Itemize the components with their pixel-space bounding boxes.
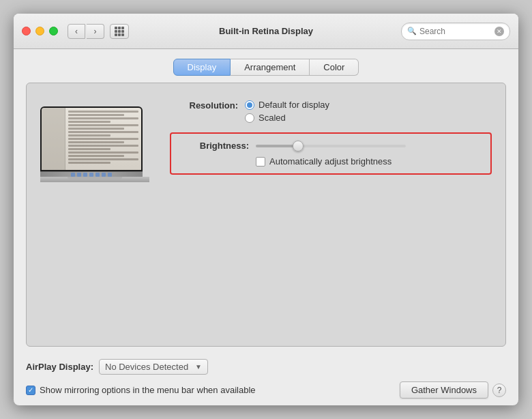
search-icon: 🔍: [407, 27, 417, 35]
mirroring-label: Show mirroring options in the menu bar w…: [40, 385, 256, 395]
tabs-bar: Display Arrangement Color: [14, 49, 518, 83]
dropdown-arrow-icon: ▼: [195, 363, 202, 371]
resolution-default-label: Default for display: [258, 100, 329, 110]
forward-button[interactable]: ›: [87, 24, 104, 39]
airplay-label: AirPlay Display:: [26, 362, 93, 372]
display-panel: Resolution: Default for display Scaled: [26, 83, 506, 347]
brightness-slider-track[interactable]: [256, 145, 406, 147]
airplay-dropdown[interactable]: No Devices Detected ▼: [99, 359, 208, 375]
resolution-label: Resolution:: [170, 100, 238, 111]
auto-brightness-label: Automatically adjust brightness: [269, 156, 391, 167]
mac-preview: [40, 106, 149, 182]
search-box[interactable]: 🔍 ✕: [401, 23, 510, 40]
bottom-section: AirPlay Display: No Devices Detected ▼ S…: [14, 353, 518, 405]
content-area: Display Arrangement Color: [14, 49, 518, 405]
window-title: Built-in Retina Display: [219, 26, 313, 36]
tab-arrangement[interactable]: Arrangement: [231, 59, 310, 76]
search-clear-button[interactable]: ✕: [494, 27, 504, 36]
grid-icon: [115, 27, 124, 36]
resolution-default-radio[interactable]: [245, 100, 254, 110]
mac-screen: [40, 106, 143, 171]
grid-view-button[interactable]: [110, 24, 129, 39]
mirroring-row: Show mirroring options in the menu bar w…: [14, 379, 518, 405]
auto-brightness-checkbox[interactable]: [256, 157, 265, 167]
mirroring-checkbox[interactable]: [26, 386, 35, 395]
brightness-label: Brightness:: [181, 141, 249, 151]
gather-windows-button[interactable]: Gather Windows: [400, 381, 488, 399]
resolution-scaled-option[interactable]: Scaled: [245, 113, 329, 123]
help-button[interactable]: ?: [492, 384, 506, 397]
back-button[interactable]: ‹: [68, 24, 85, 39]
close-button[interactable]: [22, 27, 31, 35]
resolution-options: Default for display Scaled: [245, 100, 329, 123]
tab-display[interactable]: Display: [173, 59, 231, 76]
titlebar: ‹ › Built-in Retina Display 🔍 ✕: [14, 14, 518, 49]
maximize-button[interactable]: [49, 27, 58, 35]
settings-panel: Resolution: Default for display Scaled: [170, 100, 492, 175]
resolution-default-option[interactable]: Default for display: [245, 100, 329, 110]
brightness-slider-container: [256, 145, 481, 147]
brightness-slider-thumb[interactable]: [293, 141, 304, 151]
airplay-dropdown-value: No Devices Detected: [105, 362, 188, 372]
resolution-row: Resolution: Default for display Scaled: [170, 100, 492, 123]
nav-buttons: ‹ ›: [68, 24, 104, 39]
resolution-scaled-label: Scaled: [258, 113, 286, 123]
airplay-row: AirPlay Display: No Devices Detected ▼: [14, 353, 518, 379]
back-icon: ‹: [75, 27, 78, 36]
auto-brightness-row: Automatically adjust brightness: [256, 156, 481, 167]
tab-color[interactable]: Color: [310, 59, 359, 76]
main-window: ‹ › Built-in Retina Display 🔍 ✕ Display: [14, 14, 518, 405]
traffic-lights: [22, 27, 58, 35]
resolution-scaled-radio[interactable]: [245, 113, 254, 123]
forward-icon: ›: [94, 27, 97, 36]
minimize-button[interactable]: [35, 27, 44, 35]
brightness-row: Brightness:: [181, 141, 481, 151]
brightness-box: Brightness: Automatically adjust brightn…: [170, 132, 492, 175]
search-input[interactable]: [419, 27, 494, 36]
